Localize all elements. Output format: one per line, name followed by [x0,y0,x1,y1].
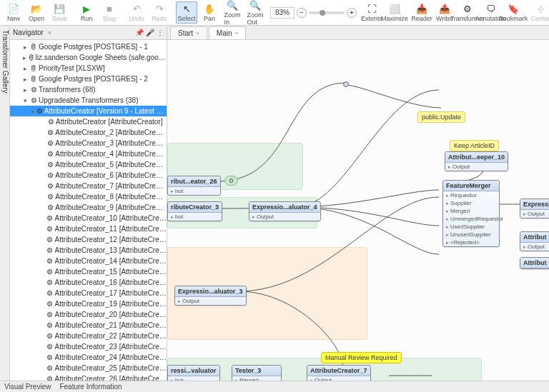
visual-preview-tab[interactable]: Visual Preview [4,383,51,391]
run-button[interactable]: ▶Run [76,1,97,24]
expand-icon[interactable]: ▾ [21,97,29,104]
tree-item[interactable]: ▾⚙Upgradeable Transformers (38) [10,95,167,106]
extents-button[interactable]: ⛶Extents [361,1,382,24]
junction[interactable] [343,81,349,87]
navigator-tree[interactable]: ▸🛢Google Postgres [POSTGRES] - 1▸🛢liz.sa… [10,40,167,381]
output-port[interactable]: Output [175,297,246,305]
transformer-gallery-strip[interactable]: Transformer Gallery [0,26,10,381]
tree-item[interactable]: ⚙AttributeCreator_15 [AttributeCreator] [10,266,167,277]
workspace-canvas[interactable]: public.Update Keep ArticleID Manual Revi… [167,40,549,381]
transformer-featuremerger[interactable]: FeatureMerger RequestorSupplierMergedUnm… [442,180,500,247]
output-port[interactable]: but [168,187,220,195]
tree-item[interactable]: ⚙AttributeCreator_12 [AttributeCreator] [10,234,167,245]
transformer-expressionevaluator3[interactable]: Expressio...aluator_3Output [174,286,247,306]
tree-item[interactable]: ⚙AttributeCreator_14 [AttributeCreator] [10,256,167,266]
transformer-tester3[interactable]: Tester_3Passed [232,365,282,381]
output-port[interactable]: Output [249,213,320,221]
transformer-attribut1[interactable]: AttributOutput [520,231,549,251]
expand-icon[interactable]: ▸ [21,65,29,72]
tree-item[interactable]: ⚙AttributeCreator_26 [AttributeCreator] [10,373,167,381]
tree-item[interactable]: ⚙AttributeCreator_21 [AttributeCreator] [10,320,167,331]
port[interactable]: Requestor [443,191,499,199]
transformer-attributecreator26[interactable]: ribut...eator_26but [167,176,221,196]
transformer-attribut2[interactable]: Attribut [520,257,549,269]
open-button[interactable]: 📂Open [26,1,47,24]
annotation[interactable]: public.Update [417,111,465,123]
tree-item[interactable]: ⚙AttributeCreator_10 [AttributeCreator] [10,213,167,223]
tree-item[interactable]: ⚙AttributeCreator_5 [AttributeCreator] [10,159,167,170]
tree-item[interactable]: ⚙AttributeCreator_16 [AttributeCreator] [10,277,167,288]
tree-item[interactable]: ⚙AttributeCreator_7 [AttributeCreator] [10,181,167,191]
tree-item[interactable]: ⚙AttributeCreator_11 [AttributeCreator] [10,223,167,234]
tree-item[interactable]: ⚙AttributeCreator_24 [AttributeCreator] [10,352,167,363]
port[interactable]: UsedSupplier [443,223,499,231]
annotation[interactable]: Manual Review Required [321,352,402,363]
select-button[interactable]: ↖Select [176,1,197,24]
close-icon[interactable]: × [234,30,238,36]
tree-item[interactable]: ⚙AttributeCreator_4 [AttributeCreator] [10,149,167,159]
zoom-in-button[interactable]: 🔍Zoom In [222,0,243,27]
port[interactable]: UnmergedRequestor [443,215,499,223]
tree-item[interactable]: ⚙AttributeCreator_23 [AttributeCreator] [10,341,167,352]
center-button[interactable]: ⊹Center [530,1,549,24]
expand-icon[interactable]: ▸ [21,44,29,51]
reader-button[interactable]: 📥Reader [411,1,432,24]
zoom-out-button[interactable]: 🔍Zoom Out [244,0,266,27]
port[interactable]: Supplier [443,199,499,207]
zoom-slider[interactable] [309,11,345,14]
tree-item[interactable]: ⚙AttributeCreator_13 [AttributeCreator] [10,245,167,256]
port[interactable]: Merged [443,207,499,215]
tree-item[interactable]: ▸🛢Google Postgres [POSTGRES] - 2 [10,74,167,84]
zoom-input[interactable] [270,7,295,19]
tab-start[interactable]: Start× [170,26,207,39]
annotation-button[interactable]: 🗨Annotation [480,1,501,24]
transformer-expressionevaluator4[interactable]: Expressio...aluator_4Output [249,201,321,221]
nav-mic-icon[interactable]: 🎤 [146,29,154,36]
nav-menu-icon[interactable]: ⋮ [157,29,164,36]
output-port[interactable]: Passed [232,376,281,381]
expand-icon[interactable]: ▸ [21,86,29,94]
transformer-expressionevaluator[interactable]: ressi...valuatorbut [167,365,220,381]
redo-button[interactable]: ↷Redo [149,1,170,24]
maximize-button[interactable]: ⬜Maximize [384,1,405,24]
transformer-attributekeeper10[interactable]: Attribut...eeper_10Output [445,151,508,171]
output-port[interactable]: Output [307,376,370,381]
tree-item[interactable]: ⚙AttributeCreator_22 [AttributeCreator] [10,331,167,341]
expand-icon[interactable]: ▸ [21,54,27,61]
nav-pin-icon[interactable]: 📌 [135,29,144,36]
transformer-attributecreator7[interactable]: AttributeCreator_7Output [307,365,371,381]
tree-item[interactable]: ▸🛢liz.sanderson Google Sheets (safe.goog… [10,52,167,63]
output-port[interactable]: Output [445,163,508,171]
expand-icon[interactable]: ▸ [21,76,29,83]
navigator-close-icon[interactable]: × [48,29,51,36]
tree-item[interactable]: ⚙AttributeCreator_8 [AttributeCreator] [10,191,167,202]
tree-item[interactable]: ⚙AttributeCreator [AttributeCreator] [10,116,167,127]
output-port[interactable]: Output [520,210,549,218]
tree-item[interactable]: ⚙AttributeCreator_17 [AttributeCreator] [10,288,167,298]
tab-main[interactable]: Main× [209,26,246,39]
tree-item[interactable]: ▸⚙Transformers (68) [10,84,167,95]
annotation[interactable]: Keep ArticleID [450,140,499,151]
tree-item[interactable]: ⚙AttributeCreator_20 [AttributeCreator] [10,309,167,320]
tree-item[interactable]: ⚙AttributeCreator_25 [AttributeCreator] [10,363,167,373]
zoom-plus-button[interactable]: + [347,8,357,18]
tree-item[interactable]: ⚙AttributeCreator_2 [AttributeCreator] [10,127,167,138]
transformer-attributecreator3[interactable]: ributeCreator_3but [167,201,222,221]
tree-item[interactable]: ⚙AttributeCreator_3 [AttributeCreator] [10,138,167,149]
transformer-expression[interactable]: ExpressiOutput [520,198,549,218]
output-port[interactable]: but [168,376,219,381]
save-button[interactable]: 💾Save [49,1,70,24]
port[interactable]: <Rejected> [443,238,499,246]
stop-button[interactable]: ■Stop [99,1,120,24]
output-port[interactable]: but [168,213,222,221]
tree-item[interactable]: ▸🛢Google Postgres [POSTGRES] - 1 [10,41,167,52]
pan-button[interactable]: ✋Pan [199,1,220,24]
undo-button[interactable]: ↶Undo [126,1,147,24]
close-icon[interactable]: × [196,30,199,36]
expand-icon[interactable]: ▸ [30,108,36,115]
feature-information-tab[interactable]: Feature Information [59,383,122,391]
port[interactable]: UnusedSupplier [443,231,499,238]
tree-item[interactable]: ▸⚙AttributeCreator [Version 9 - Latest V… [10,106,167,116]
bookmark-button[interactable]: 🔖Bookmark [503,1,524,24]
tree-item[interactable]: ⚙AttributeCreator_9 [AttributeCreator] [10,202,167,213]
